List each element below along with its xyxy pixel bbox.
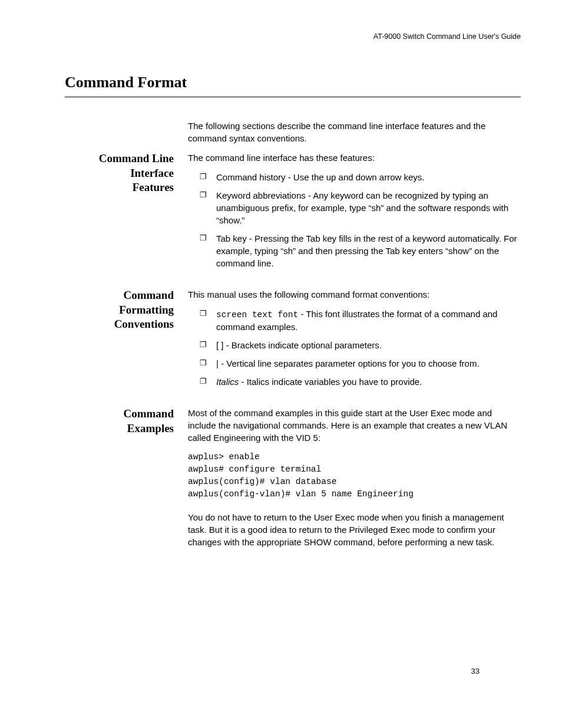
- list-item: ❐ Tab key - Pressing the Tab key fills i…: [188, 232, 521, 269]
- bullet-icon: ❐: [188, 375, 216, 388]
- examples-para2: You do not have to return to the User Ex…: [188, 511, 521, 548]
- formatting-lead: This manual uses the following command f…: [188, 288, 521, 301]
- list-item: ❐ [ ] - Brackets indicate optional param…: [188, 339, 521, 351]
- bullet-icon: ❐: [188, 357, 216, 370]
- examples-para1: Most of the command examples in this gui…: [188, 407, 521, 444]
- heading-text: Command: [123, 289, 174, 301]
- section-intro: The following sections describe the comm…: [188, 120, 521, 144]
- list-item: ❐ Italics - Italics indicate variables y…: [188, 375, 521, 388]
- section-title: Command Format: [65, 72, 521, 93]
- inline-code: screen text font: [216, 310, 298, 319]
- bullet-icon: ❐: [188, 232, 216, 269]
- formatting-block: Command Formatting Conventions This manu…: [65, 288, 521, 394]
- page-number: 33: [471, 666, 480, 677]
- list-item: ❐ Keyword abbreviations - Any keyword ca…: [188, 189, 521, 226]
- running-header: AT-9000 Switch Command Line User's Guide: [65, 32, 521, 42]
- examples-heading: Command Examples: [65, 407, 188, 555]
- cli-features-lead: The command line interface has these fea…: [188, 151, 521, 164]
- list-item-text: Keyword abbreviations - Any keyword can …: [216, 189, 521, 226]
- list-item-text: | - Vertical line separates parameter op…: [216, 357, 521, 370]
- list-item: ❐ screen text font - This font illustrat…: [188, 308, 521, 333]
- formatting-heading: Command Formatting Conventions: [65, 288, 188, 394]
- bullet-icon: ❐: [188, 308, 216, 333]
- heading-text: Interface: [130, 167, 174, 179]
- cli-features-list: ❐ Command history - Use the up and down …: [188, 171, 521, 269]
- inline-text: - Italics indicate variables you have to…: [239, 377, 422, 387]
- list-item-text: screen text font - This font illustrates…: [216, 308, 521, 333]
- heading-text: Conventions: [114, 318, 174, 330]
- cli-features-heading: Command Line Interface Features: [65, 151, 188, 275]
- bullet-icon: ❐: [188, 171, 216, 183]
- title-underline: [65, 97, 521, 97]
- code-example: awplus> enable awplus# configure termina…: [188, 451, 521, 500]
- examples-block: Command Examples Most of the command exa…: [65, 407, 521, 555]
- list-item-text: [ ] - Brackets indicate optional paramet…: [216, 339, 521, 351]
- cli-features-block: Command Line Interface Features The comm…: [65, 151, 521, 275]
- inline-italic: Italics: [216, 377, 239, 387]
- bullet-icon: ❐: [188, 189, 216, 226]
- list-item: ❐ Command history - Use the up and down …: [188, 171, 521, 183]
- list-item-text: Tab key - Pressing the Tab key fills in …: [216, 232, 521, 269]
- bullet-icon: ❐: [188, 339, 216, 351]
- list-item-text: Command history - Use the up and down ar…: [216, 171, 521, 183]
- heading-text: Features: [133, 181, 174, 193]
- heading-text: Formatting: [119, 304, 174, 316]
- list-item-text: Italics - Italics indicate variables you…: [216, 375, 521, 388]
- formatting-list: ❐ screen text font - This font illustrat…: [188, 308, 521, 388]
- heading-text: Command Line: [99, 152, 174, 164]
- heading-text: Command: [123, 407, 174, 420]
- list-item: ❐ | - Vertical line separates parameter …: [188, 357, 521, 370]
- heading-text: Examples: [127, 422, 174, 434]
